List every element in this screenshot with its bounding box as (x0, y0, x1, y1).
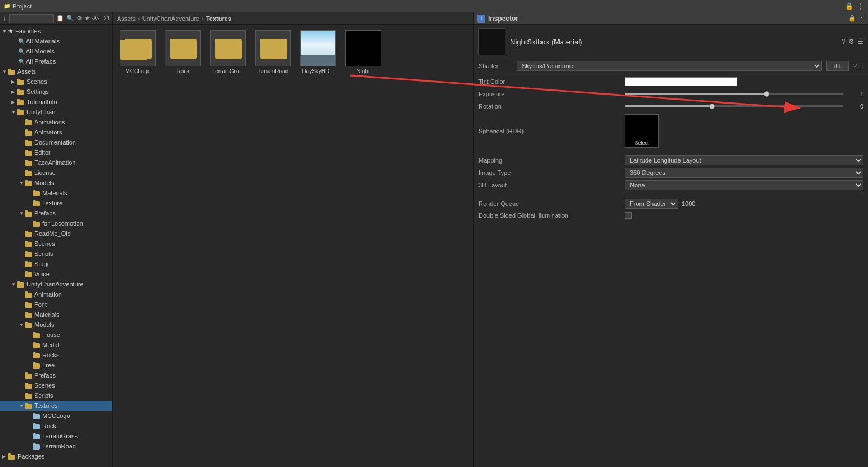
tree-item-tutorialinfo[interactable]: ▶ TutorialInfo (0, 97, 112, 107)
breadcrumb-unitychanadventure[interactable]: UnityChanAdventure (142, 15, 200, 22)
toggle-icon4[interactable]: ★ (84, 15, 90, 22)
tree-item-assets[interactable]: ▼ Assets (0, 66, 112, 77)
search-input[interactable] (9, 14, 54, 23)
tree-item-scripts1[interactable]: Scripts (0, 249, 112, 259)
shader-edit-button[interactable]: Edit... (826, 61, 849, 71)
asset-item-terraingra[interactable]: TerrainGra... (208, 30, 248, 75)
tree-item-prefabs1[interactable]: ▼ Prefabs (0, 208, 112, 218)
exposure-slider-track[interactable] (625, 93, 843, 95)
inspector-header: i Inspector 🔒 ⋮ (474, 12, 868, 25)
spherical-value: Select (625, 114, 863, 148)
tint-color-swatch[interactable] (625, 77, 737, 86)
double-sided-gi-row: Double Sided Global Illumination (474, 210, 868, 221)
list-icon[interactable]: ☰ (857, 38, 863, 46)
image-type-row: Image Type 360 Degrees (474, 167, 868, 179)
inspector-menu-icon[interactable]: ⋮ (858, 15, 865, 22)
tree-item-documentation[interactable]: Documentation (0, 137, 112, 147)
tree-item-stage[interactable]: Stage (0, 259, 112, 269)
toggle-icon5[interactable]: 👁 (92, 15, 99, 22)
tree-item-scripts2[interactable]: Scripts (0, 390, 112, 401)
inspector-title: Inspector (488, 15, 518, 23)
toggle-icon3[interactable]: ⚙ (77, 15, 82, 22)
tree-item-editor[interactable]: Editor (0, 147, 112, 158)
lock-icon[interactable]: 🔒 (844, 2, 853, 11)
tree-item-prefabs2[interactable]: Prefabs (0, 370, 112, 380)
tree-item-favorites[interactable]: ▼ ★ Favorites (0, 26, 112, 36)
tree-view[interactable]: ▼ ★ Favorites 🔍 All Materials 🔍 All Mode… (0, 25, 112, 467)
tree-item-rock[interactable]: Rock (0, 421, 112, 431)
tree-item-all-prefabs[interactable]: 🔍 All Prefabs (0, 56, 112, 66)
settings-icon[interactable]: ⚙ (848, 38, 854, 46)
mapping-dropdown[interactable]: Latitude Longitude Layout (625, 155, 863, 165)
image-type-label: Image Type (478, 169, 625, 176)
asset-label-night: Night (356, 68, 369, 75)
breadcrumb-sep1: › (138, 15, 140, 22)
tree-item-medal[interactable]: Medal (0, 340, 112, 350)
tree-item-scenes2[interactable]: Scenes (0, 239, 112, 249)
tree-item-materials2[interactable]: Materials (0, 309, 112, 320)
select-texture-button[interactable]: Select (625, 138, 658, 147)
inspector-lock-icon[interactable]: 🔒 (848, 15, 856, 22)
help-icon[interactable]: ? (842, 38, 845, 46)
menu-icon[interactable]: ⋮ (856, 2, 865, 11)
tree-item-mcclogo[interactable]: MCCLogo (0, 411, 112, 421)
tree-item-animations[interactable]: Animations (0, 117, 112, 127)
image-type-dropdown[interactable]: 360 Degrees (625, 168, 863, 178)
tree-item-animators[interactable]: Animators (0, 127, 112, 137)
tree-item-unitychan[interactable]: ▼ UnityChan (0, 107, 112, 117)
breadcrumb-textures[interactable]: Textures (206, 15, 231, 22)
tree-item-terraingrass[interactable]: TerrainGrass (0, 431, 112, 441)
tree-item-texture[interactable]: Texture (0, 198, 112, 208)
double-sided-gi-checkbox[interactable] (625, 212, 632, 219)
tree-item-settings[interactable]: ▶ Settings (0, 87, 112, 97)
shader-settings-icon[interactable]: ☰ (858, 62, 863, 70)
middle-panel: Assets › UnityChanAdventure › Textures M… (113, 12, 474, 467)
render-queue-dropdown[interactable]: From Shader (625, 199, 678, 209)
asset-item-terrainroad[interactable]: TerrainRoad (253, 30, 293, 75)
double-sided-gi-label: Double Sided Global Illumination (478, 212, 625, 219)
tree-item-tree[interactable]: Tree (0, 360, 112, 370)
asset-item-mcclogo[interactable]: MCCLogo (118, 30, 158, 75)
asset-item-night[interactable]: Night (343, 30, 383, 75)
tree-item-models2[interactable]: ▼ Models (0, 320, 112, 330)
tree-item-packages[interactable]: ▶ Packages (0, 451, 112, 461)
panels-container: + 📋 🔍 ⚙ ★ 👁 21 ▼ ★ Favorites 🔍 All Mater… (0, 12, 868, 467)
tree-item-font[interactable]: Font (0, 299, 112, 309)
asset-thumb-night (345, 30, 381, 66)
rotation-slider-track[interactable] (625, 105, 843, 107)
tree-item-terrainroad[interactable]: TerrainRoad (0, 441, 112, 451)
tree-item-unitychanadventure[interactable]: ▼ UnityChanAdventure (0, 279, 112, 289)
tree-item-all-materials[interactable]: 🔍 All Materials (0, 36, 112, 46)
tree-item-models1[interactable]: ▼ Models (0, 178, 112, 188)
texture-preview: Select (625, 114, 659, 148)
layout-3d-label: 3D Layout (478, 182, 625, 188)
tree-item-faceanimation[interactable]: FaceAnimation (0, 158, 112, 168)
tree-item-for-locomotion[interactable]: for Locomotion (0, 218, 112, 228)
add-button[interactable]: + (2, 14, 7, 23)
toggle-icon1[interactable]: 📋 (56, 15, 64, 22)
asset-label-terraingra: TerrainGra... (212, 68, 244, 75)
tree-item-license[interactable]: License (0, 168, 112, 178)
tree-item-voice[interactable]: Voice (0, 269, 112, 279)
asset-item-dayskyhd[interactable]: DaySkyHD... (298, 30, 338, 75)
tree-item-scenes1[interactable]: ▶ Scenes (0, 77, 112, 87)
asset-item-rock[interactable]: Rock (163, 30, 203, 75)
tree-item-scenes3[interactable]: Scenes (0, 380, 112, 390)
tree-item-materials1[interactable]: Materials (0, 188, 112, 198)
tree-item-house[interactable]: House (0, 330, 112, 340)
render-queue-label: Render Queue (478, 200, 625, 207)
breadcrumb-assets[interactable]: Assets (117, 15, 136, 22)
tree-item-rocks[interactable]: Rocks (0, 350, 112, 360)
tint-color-value (625, 77, 863, 86)
shader-dropdown[interactable]: Skybox/Panoramic (517, 61, 822, 71)
tree-item-animation2[interactable]: Animation (0, 289, 112, 299)
toggle-icon2[interactable]: 🔍 (66, 15, 74, 22)
shader-help-icon[interactable]: ? (853, 62, 857, 70)
project-tab-icon: 📁 (3, 3, 10, 9)
project-tab-title: Project (12, 3, 32, 10)
layout-3d-dropdown[interactable]: None (625, 180, 863, 190)
tree-item-readme[interactable]: ReadMe_Old (0, 228, 112, 239)
tree-item-all-models[interactable]: 🔍 All Models (0, 46, 112, 56)
tint-color-label: Tint Color (478, 78, 625, 85)
tree-item-textures[interactable]: ▼ Textures (0, 401, 112, 411)
